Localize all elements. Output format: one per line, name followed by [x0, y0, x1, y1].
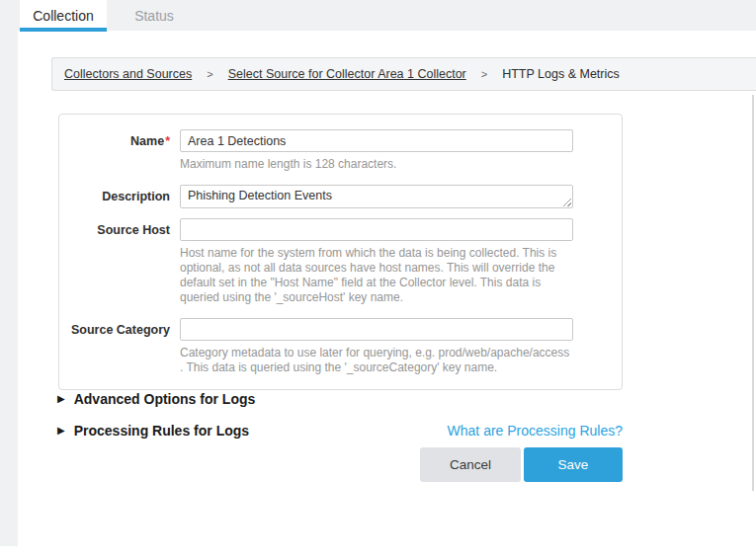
- processing-rules-row: ▶ Processing Rules for Logs What are Pro…: [57, 423, 623, 439]
- scrollbar[interactable]: [752, 95, 754, 491]
- tab-strip: Collection Status: [0, 0, 756, 31]
- breadcrumb-separator-icon: >: [207, 68, 212, 80]
- advanced-options-section-toggle[interactable]: ▶ Advanced Options for Logs: [57, 391, 255, 407]
- breadcrumb-separator-icon: >: [481, 68, 487, 80]
- processing-rules-title: Processing Rules for Logs: [74, 423, 249, 439]
- description-label: Description: [59, 185, 170, 208]
- tab-status[interactable]: Status: [121, 0, 188, 31]
- source-category-label: Source Category: [59, 318, 170, 375]
- collapsed-triangle-icon: ▶: [57, 394, 65, 404]
- cancel-button[interactable]: Cancel: [420, 447, 521, 482]
- processing-rules-section-toggle[interactable]: ▶ Processing Rules for Logs: [57, 423, 249, 439]
- what-are-processing-rules-link[interactable]: What are Processing Rules?: [448, 423, 623, 439]
- name-label: Name*: [59, 129, 170, 172]
- source-host-input[interactable]: [180, 218, 573, 241]
- active-tab-underline: [20, 28, 107, 32]
- breadcrumb-current-page: HTTP Logs & Metrics: [502, 67, 620, 81]
- source-config-form: Name* Maximum name length is 128 charact…: [58, 114, 623, 390]
- description-row: Description: [59, 185, 622, 208]
- save-button[interactable]: Save: [524, 447, 623, 482]
- source-host-row: Source Host Host name for the system fro…: [59, 218, 622, 305]
- breadcrumb: Collectors and Sources > Select Source f…: [51, 57, 756, 91]
- form-button-bar: Cancel Save: [0, 447, 623, 482]
- description-textarea[interactable]: [180, 185, 573, 208]
- name-input[interactable]: [180, 129, 573, 152]
- tab-status-label: Status: [134, 8, 174, 24]
- source-host-helper-text: Host name for the system from which the …: [180, 246, 573, 305]
- name-row: Name* Maximum name length is 128 charact…: [59, 129, 622, 172]
- source-category-helper-text: Category metadata to use later for query…: [180, 346, 573, 375]
- tab-collection[interactable]: Collection: [20, 0, 107, 31]
- source-category-input[interactable]: [180, 318, 573, 341]
- advanced-options-title: Advanced Options for Logs: [74, 391, 256, 407]
- breadcrumb-select-source[interactable]: Select Source for Collector Area 1 Colle…: [228, 67, 466, 81]
- required-asterisk: *: [165, 134, 170, 148]
- breadcrumb-collectors-and-sources[interactable]: Collectors and Sources: [64, 67, 192, 81]
- source-host-label: Source Host: [59, 218, 170, 305]
- source-category-row: Source Category Category metadata to use…: [59, 318, 622, 375]
- name-helper-text: Maximum name length is 128 characters.: [180, 157, 573, 172]
- tab-collection-label: Collection: [33, 8, 93, 24]
- collapsed-triangle-icon: ▶: [57, 426, 65, 436]
